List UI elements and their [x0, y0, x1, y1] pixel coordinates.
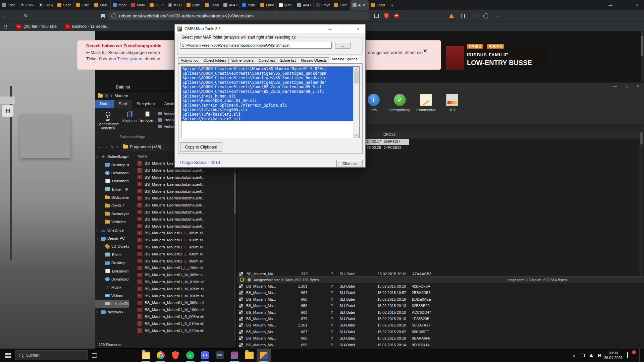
promo-banner[interactable]: OMSI 2 ADDON IRISBUS-FAMILIE LOW-ENTRY B…	[446, 42, 547, 71]
dialog-tab[interactable]: Object folders	[201, 57, 229, 63]
file-row[interactable]: BS_Mauern_Mauer01_L_020m.sli	[129, 244, 234, 251]
file-row[interactable]: BS_Mauern_Mauer01_L_100m.sli	[129, 264, 234, 272]
file-row[interactable]: BS_Mauern_Laermschutzmauer0...	[129, 167, 234, 174]
dialog-tab[interactable]: Missing Objects	[298, 57, 329, 63]
network-icon[interactable]	[589, 354, 593, 357]
bookmark-item[interactable]: (20) fler - YouTube	[12, 24, 61, 29]
ribbon-tab[interactable]: Datei	[95, 100, 114, 108]
browser-tab[interactable]: OMSI ×	[92, 0, 111, 10]
missing-spline-entry[interactable]: Splines\ADDON_CreativeStreets\Zaun\BS_Za…	[181, 89, 354, 94]
browser-tab[interactable]: 404 N ×	[295, 0, 314, 10]
missing-spline-entry[interactable]: Splines\Terrain Spline\0.7mTerrain_Splin…	[181, 103, 354, 108]
missing-splines-listbox[interactable]: ▲ ▼ Splines\ADDON_CreativeStreets\Mauern…	[181, 66, 360, 138]
browser-tab[interactable]: Liste ×	[184, 0, 203, 10]
missing-spline-entry[interactable]: Splines\ADDON_CreativeStreets\Sonstiges\…	[181, 80, 354, 85]
sidebar-item[interactable]: Downloads	[95, 169, 129, 177]
missing-spline-entry[interactable]: Splines\Yufa\kassler2.sli	[181, 117, 354, 122]
archive-file-row[interactable]: BS_Mauern_Ma... 659 ? SLI-Datei 15.02.20…	[237, 342, 644, 348]
click-me-button[interactable]: Click me	[336, 160, 363, 167]
sidebar-item[interactable]: Lokaler Datenträger	[95, 300, 129, 308]
bookmark-flag-icon[interactable]	[101, 14, 105, 18]
device-tray-icon[interactable]	[580, 354, 585, 357]
archive-file-row[interactable]: BS_Mauern_Ma... 879 ? SLI-Datei 15.02.20…	[237, 316, 644, 322]
chevron-icon[interactable]	[96, 228, 99, 233]
chevron-icon[interactable]	[96, 155, 99, 158]
file-row[interactable]: BS_Mauern_Laermschutzmauer0...	[129, 195, 234, 202]
dialog-tab[interactable]: Activity log	[178, 57, 201, 63]
taskbar-app-button[interactable]	[168, 349, 183, 362]
taskbar-app-button[interactable]	[139, 349, 153, 362]
browser-tab[interactable]: # # LPG ×	[166, 0, 184, 10]
menu-dots-icon[interactable]: ⋯	[496, 13, 501, 18]
chevron-icon[interactable]	[96, 237, 99, 240]
notification-center-button[interactable]: 2	[627, 352, 635, 358]
file-list-scrollbar[interactable]	[234, 160, 236, 341]
taskbar-app-button[interactable]	[242, 349, 257, 362]
scroll-up-icon[interactable]: ▲	[354, 67, 359, 72]
browser-tab[interactable]: Freyfu ×	[314, 0, 332, 10]
sidebar-item[interactable]: Desktop	[95, 161, 129, 169]
site-info-icon[interactable]: i	[111, 13, 116, 18]
archive-file-row[interactable]: BS_Mauern_Ma... 1.101 ? SLI-Datei 15.02.…	[237, 283, 644, 290]
file-row[interactable]: BS_Mauern_Mauer01_S_010m.sli	[129, 320, 234, 327]
file-row[interactable]: BS_Mauern_Mauer01_M_005m.s...	[129, 272, 234, 279]
adblock-extension-icon[interactable]	[394, 13, 399, 18]
winrar-tool-button[interactable]: Virenprüfung	[387, 92, 413, 112]
browser-tab[interactable]: Mark ×	[129, 0, 148, 10]
sidebar-toggle-icon[interactable]	[461, 14, 466, 18]
file-row[interactable]: BS_Mauern_Laermschutzmauer0...	[129, 174, 234, 181]
missing-spline-entry[interactable]: Splines\Ruede\DDR_Zaun_01_SH.sli	[181, 99, 354, 103]
show-desktop-button[interactable]	[639, 349, 641, 362]
sidebar-item[interactable]: Sceneryobjects	[95, 210, 129, 218]
ticketsystem-link[interactable]: Ticketsystem	[117, 56, 142, 61]
file-row[interactable]: BS_Mauern_Mauer01_L_030m.sli	[129, 250, 234, 257]
task-view-button[interactable]	[88, 349, 101, 362]
browser-tab[interactable]: A ×	[351, 0, 369, 10]
minimize-button[interactable]: —	[323, 24, 337, 33]
file-row[interactable]: BS_Mauern_Mauer01_L_010m.sli	[129, 237, 234, 244]
browse-button[interactable]: ...	[335, 42, 351, 49]
clock[interactable]: 00:30 26.01.2026	[604, 351, 623, 360]
scroll-thumb[interactable]	[641, 36, 643, 56]
forward-button[interactable]: →	[11, 11, 20, 20]
copy-to-clipboard-button[interactable]: Copy to Clipboard	[180, 142, 222, 152]
dialog-title-bar[interactable]: OMSI Map Tools 3.1 — □ ×	[175, 24, 365, 33]
taskbar-app-button[interactable]	[153, 349, 168, 362]
sidebar-item[interactable]: Musik	[95, 283, 129, 291]
scroll-thumb[interactable]	[234, 173, 236, 214]
scroll-down-icon[interactable]: ▼	[354, 133, 359, 138]
start-button[interactable]	[0, 349, 15, 362]
sidebar-item[interactable]: Dokumente	[95, 267, 129, 275]
up-icon[interactable]: ↑	[116, 144, 119, 149]
archive-file-row[interactable]: BS_Mauern_Ma... 1.101 ? SLI-Datei 15.02.…	[237, 322, 644, 328]
file-row[interactable]: BS_Mauern_Laermschutzmauer0...	[129, 216, 234, 223]
chevron-icon[interactable]	[96, 310, 99, 314]
tray-chevron-icon[interactable]: ∧	[573, 354, 575, 357]
history-chevron-icon[interactable]: ∨	[111, 144, 114, 149]
file-row[interactable]: BS_Mauern_Laermschutzmauer0...	[129, 181, 234, 188]
browser-tab[interactable]: F File-U ×	[18, 0, 37, 10]
sidebar-item[interactable]: Bilder	[95, 251, 129, 259]
file-row[interactable]: BS_Mauern_Laermschutzmauer0...	[129, 209, 234, 216]
listbox-scrollbar[interactable]: ▲ ▼	[353, 67, 359, 138]
taskbar-search[interactable]: Suchen	[15, 350, 88, 360]
new-tab-button[interactable]: +	[387, 1, 397, 10]
close-button[interactable]: ×	[631, 0, 644, 10]
browser-tab[interactable]: Liste ×	[74, 0, 92, 10]
share-icon[interactable]	[374, 14, 379, 18]
missing-spline-entry[interactable]: Splines\invis_human.sli	[181, 94, 354, 99]
dialog-tab[interactable]: Spline folders	[228, 57, 256, 63]
wallet-icon[interactable]	[449, 14, 454, 18]
reload-button[interactable]: ↻	[21, 11, 30, 20]
maximize-button[interactable]: □	[626, 84, 628, 88]
browser-tab[interactable]: Liste ×	[332, 0, 351, 10]
sidebar-item[interactable]: 3D-Objekte	[95, 242, 129, 250]
file-row[interactable]: BS_Mauern_Mauer01_M_010m.sli	[129, 279, 234, 286]
taskbar-app-button[interactable]	[212, 349, 227, 362]
browser-tab[interactable]: Lands ×	[258, 0, 277, 10]
winrar-tool-button[interactable]: Kommentar	[413, 92, 439, 112]
file-row[interactable]: BS_Mauern_Laermschutzmauer0...	[129, 202, 234, 209]
file-row[interactable]: BS_Mauern_Mauer01_M_020m.sli	[129, 285, 234, 292]
dialog-tab[interactable]: Missing Splines	[329, 56, 360, 63]
sidebar-item[interactable]: Videos	[95, 292, 129, 300]
